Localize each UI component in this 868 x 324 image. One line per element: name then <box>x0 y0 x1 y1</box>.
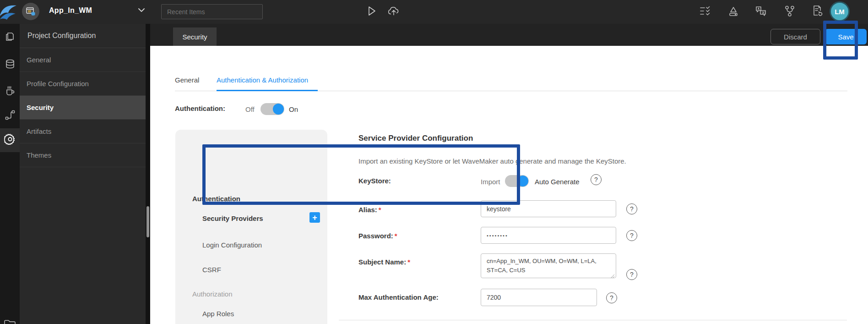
toggle-knob <box>517 176 528 187</box>
keystore-autogenerate-label: Auto Generate <box>535 178 580 186</box>
password-help-icon[interactable]: ? <box>626 230 637 241</box>
alias-help-icon[interactable]: ? <box>626 203 637 214</box>
open-document-tab-security[interactable]: Security <box>173 27 217 46</box>
authentication-label: Authentication: <box>175 104 225 112</box>
subnav-item-security-providers[interactable]: Security Providers <box>202 214 263 222</box>
tab-authentication-authorization[interactable]: Authentication & Authorization <box>217 76 308 84</box>
required-marker: * <box>395 232 397 240</box>
chevron-down-icon[interactable] <box>137 7 146 15</box>
api-connector-icon[interactable] <box>4 109 16 121</box>
document-strip: Security Discard Save <box>150 24 868 46</box>
project-avatar-icon[interactable] <box>22 3 39 20</box>
authentication-toggle[interactable] <box>260 103 284 115</box>
active-tab-underline <box>217 90 318 91</box>
security-subnav-panel: Authentication Security Providers + Logi… <box>175 130 327 324</box>
subject-name-label: Subject Name:* <box>358 258 410 266</box>
java-services-icon[interactable] <box>4 84 16 96</box>
tab-general[interactable]: General <box>175 76 199 84</box>
authentication-on-label: On <box>289 105 298 113</box>
user-avatar[interactable]: LM <box>830 1 850 22</box>
section-description: Import an existing KeyStore or let WaveM… <box>358 157 626 165</box>
pages-icon[interactable] <box>4 30 16 43</box>
keystore-toggle[interactable] <box>505 175 529 187</box>
sidebar-panel-title: Project Configuration <box>20 24 146 48</box>
panel-scroll-gutter <box>146 24 150 324</box>
subnav-item-csrf[interactable]: CSRF <box>202 266 221 274</box>
max-auth-age-label: Max Authentication Age: <box>358 293 439 301</box>
max-auth-age-input[interactable] <box>481 289 597 306</box>
authentication-off-label: Off <box>245 105 255 113</box>
password-label: Password:* <box>358 232 397 240</box>
toggle-knob <box>273 104 284 115</box>
section-divider <box>339 320 847 320</box>
keystore-help-icon[interactable]: ? <box>591 174 602 185</box>
settings-gear-icon[interactable] <box>4 132 16 145</box>
add-security-provider-button[interactable]: + <box>309 212 320 223</box>
top-bar: App_In_WM <box>0 0 868 24</box>
keystore-import-label: Import <box>481 178 500 186</box>
save-button[interactable]: Save <box>825 29 867 44</box>
sidebar-item-artifacts[interactable]: Artifacts <box>20 120 146 143</box>
recent-items-search-input[interactable] <box>161 4 263 19</box>
subnav-header-authorization: Authorization <box>192 290 233 298</box>
required-marker: * <box>407 258 410 266</box>
sidebar-item-profile-configuration[interactable]: Profile Configuration <box>20 72 146 96</box>
project-configuration-panel: Project Configuration General Profile Co… <box>20 24 146 324</box>
run-play-icon[interactable] <box>365 5 378 17</box>
wavemaker-logo-icon <box>0 2 17 22</box>
checklist-icon[interactable] <box>699 5 711 17</box>
left-icon-rail <box>0 24 20 324</box>
discard-button[interactable]: Discard <box>770 29 820 44</box>
alias-label: Alias:* <box>358 206 381 214</box>
cloud-upload-icon[interactable] <box>387 5 400 17</box>
sidebar-item-general[interactable]: General <box>20 48 146 72</box>
max-auth-age-help-icon[interactable]: ? <box>606 292 617 303</box>
required-marker: * <box>379 206 381 214</box>
resize-handle-icon[interactable] <box>610 272 867 323</box>
keystore-label: KeyStore: <box>358 177 391 185</box>
share-branch-icon[interactable] <box>783 5 796 17</box>
subnav-item-login-configuration[interactable]: Login Configuration <box>202 241 262 249</box>
file-sync-icon[interactable] <box>811 5 824 17</box>
subnav-header-authentication: Authentication <box>192 195 240 203</box>
sidebar-item-security[interactable]: Security <box>20 96 146 120</box>
subnav-item-app-roles[interactable]: App Roles <box>202 310 234 318</box>
file-explorer-folder-icon[interactable] <box>4 317 16 324</box>
scrollbar-thumb[interactable] <box>146 206 149 237</box>
alias-input[interactable] <box>481 200 616 217</box>
database-icon[interactable] <box>4 58 16 70</box>
translate-localization-icon[interactable] <box>754 5 767 17</box>
subject-name-help-icon[interactable]: ? <box>626 269 637 280</box>
security-settings-content: General Authentication & Authorization A… <box>150 46 868 324</box>
password-input[interactable] <box>481 227 616 244</box>
deploy-export-icon[interactable] <box>727 5 740 17</box>
project-name: App_In_WM <box>49 6 92 15</box>
section-title: Service Provider Configuration <box>358 134 473 143</box>
subject-name-textarea[interactable]: cn=App_In_WM, OU=WM, O=WM, L=LA, ST=CA, … <box>481 253 616 278</box>
sidebar-item-themes[interactable]: Themes <box>20 143 146 167</box>
